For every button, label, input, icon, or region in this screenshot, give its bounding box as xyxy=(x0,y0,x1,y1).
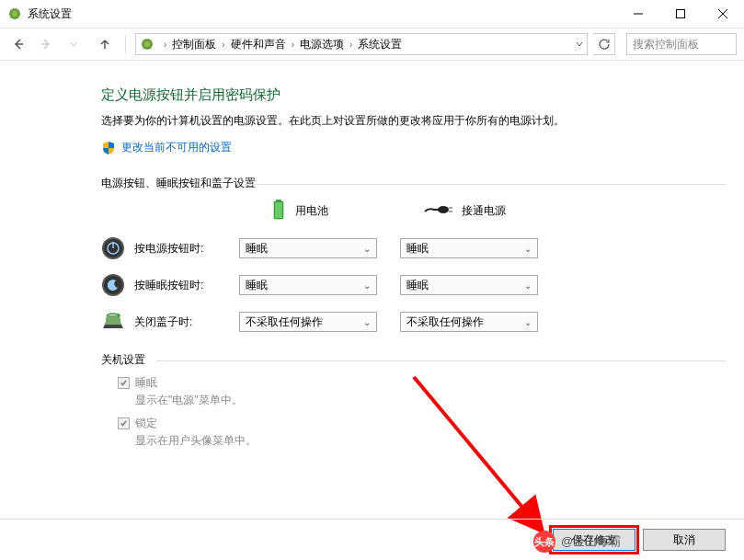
svg-point-1 xyxy=(12,11,17,17)
nav-separator xyxy=(125,36,126,52)
breadcrumb-item[interactable]: 硬件和声音 xyxy=(231,37,286,52)
ac-column-header: 接通电源 xyxy=(400,199,561,223)
content-area: 定义电源按钮并启用密码保护 选择要为你的计算机设置的电源设置。在此页上对设置所做… xyxy=(0,61,744,449)
power-button-ac-select[interactable]: 睡眠⌄ xyxy=(400,238,538,258)
svg-point-9 xyxy=(144,41,150,47)
nav-forward-button[interactable] xyxy=(35,33,57,55)
row-label: 关闭盖子时: xyxy=(134,314,192,330)
checkbox-desc: 显示在"电源"菜单中。 xyxy=(135,393,698,408)
row-label: 按电源按钮时: xyxy=(134,241,203,257)
battery-column-header: 用电池 xyxy=(239,199,400,223)
checkbox-label: 睡眠 xyxy=(135,375,157,391)
svg-point-13 xyxy=(438,206,449,213)
chevron-right-icon: › xyxy=(222,40,224,50)
watermark-icon: 头条 xyxy=(533,531,555,553)
svg-rect-10 xyxy=(276,200,281,201)
watermark: 头条 @金山毒霸 xyxy=(533,531,621,553)
shutdown-section: 关机设置 睡眠 显示在"电源"菜单中。 锁定 显示在用户头像菜单中。 xyxy=(101,352,698,449)
laptop-lid-icon xyxy=(101,310,125,334)
checkbox-label: 锁定 xyxy=(135,416,157,431)
lid-battery-select[interactable]: 不采取任何操作⌄ xyxy=(239,312,377,332)
chevron-right-icon: › xyxy=(164,40,166,50)
breadcrumb-item[interactable]: 电源选项 xyxy=(300,37,344,52)
refresh-button[interactable] xyxy=(593,33,615,55)
minimize-button[interactable] xyxy=(617,0,659,28)
chevron-right-icon: › xyxy=(349,40,352,50)
sleep-checkbox[interactable] xyxy=(118,377,130,389)
breadcrumb-item[interactable]: 系统设置 xyxy=(358,37,402,52)
chevron-down-icon: ⌄ xyxy=(524,244,532,254)
row-label: 按睡眠按钮时: xyxy=(134,278,203,293)
svg-rect-3 xyxy=(677,10,685,18)
chevron-down-icon: ⌄ xyxy=(363,244,371,254)
lid-close-row: 关闭盖子时: 不采取任何操作⌄ 不采取任何操作⌄ xyxy=(101,310,698,334)
breadcrumb-icon xyxy=(140,37,155,51)
close-button[interactable] xyxy=(702,0,744,28)
svg-rect-12 xyxy=(275,202,282,218)
chevron-down-icon: ⌄ xyxy=(524,280,532,291)
cancel-button[interactable]: 取消 xyxy=(643,529,726,551)
chevron-down-icon[interactable] xyxy=(576,40,583,48)
breadcrumb-item[interactable]: 控制面板 xyxy=(172,37,216,52)
shutdown-section-title: 关机设置 xyxy=(101,352,698,368)
page-heading: 定义电源按钮并启用密码保护 xyxy=(101,86,698,104)
app-icon xyxy=(7,6,22,21)
sleep-button-row: 按睡眠按钮时: 睡眠⌄ 睡眠⌄ xyxy=(101,273,698,297)
sleep-button-icon xyxy=(101,273,125,297)
buttons-section-title: 电源按钮、睡眠按钮和盖子设置 xyxy=(101,176,698,191)
nav-recent-dropdown[interactable] xyxy=(63,33,85,55)
sleep-button-ac-select[interactable]: 睡眠⌄ xyxy=(400,275,538,295)
power-button-row: 按电源按钮时: 睡眠⌄ 睡眠⌄ xyxy=(101,236,698,260)
plug-icon xyxy=(423,202,452,220)
sleep-button-battery-select[interactable]: 睡眠⌄ xyxy=(239,275,377,295)
shield-icon xyxy=(101,141,116,155)
change-unavailable-link[interactable]: 更改当前不可用的设置 xyxy=(121,140,232,155)
window-controls xyxy=(617,0,744,28)
chevron-right-icon: › xyxy=(292,40,294,50)
power-button-battery-select[interactable]: 睡眠⌄ xyxy=(239,238,377,258)
breadcrumb[interactable]: › 控制面板 › 硬件和声音 › 电源选项 › 系统设置 xyxy=(135,33,588,55)
nav-up-button[interactable] xyxy=(94,33,116,55)
lock-checkbox-item: 锁定 显示在用户头像菜单中。 xyxy=(118,416,698,449)
nav-back-button[interactable] xyxy=(7,33,29,55)
column-headers: 用电池 接通电源 xyxy=(101,199,698,223)
watermark-text: @金山毒霸 xyxy=(561,533,621,550)
power-button-icon xyxy=(101,236,125,260)
chevron-down-icon: ⌄ xyxy=(524,317,532,327)
sleep-checkbox-item: 睡眠 显示在"电源"菜单中。 xyxy=(118,375,698,408)
lock-checkbox[interactable] xyxy=(118,417,130,429)
change-unavailable-row: 更改当前不可用的设置 xyxy=(101,140,698,155)
page-subheading: 选择要为你的计算机设置的电源设置。在此页上对设置所做的更改将应用于你所有的电源计… xyxy=(101,113,698,129)
navbar: › 控制面板 › 硬件和声音 › 电源选项 › 系统设置 搜索控制面板 xyxy=(0,28,744,61)
maximize-button[interactable] xyxy=(659,0,702,28)
checkbox-desc: 显示在用户头像菜单中。 xyxy=(135,433,698,449)
lid-ac-select[interactable]: 不采取任何操作⌄ xyxy=(400,312,538,332)
chevron-down-icon: ⌄ xyxy=(363,280,371,291)
search-input[interactable]: 搜索控制面板 xyxy=(626,33,737,55)
battery-icon xyxy=(271,199,286,223)
footer-separator xyxy=(0,519,744,520)
chevron-down-icon: ⌄ xyxy=(363,317,371,327)
window-title: 系统设置 xyxy=(28,6,72,22)
titlebar: 系统设置 xyxy=(0,0,744,28)
